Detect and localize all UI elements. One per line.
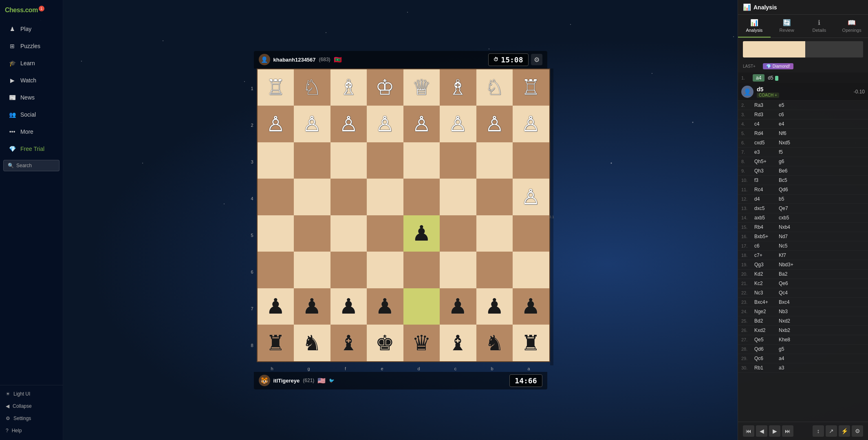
collapse-item[interactable]: ◀ Collapse [0, 400, 63, 412]
square[interactable]: ♟ [476, 288, 513, 325]
square[interactable] [403, 179, 440, 215]
square[interactable]: ♟ [403, 215, 440, 252]
tab-review[interactable]: 🔄 Review [771, 15, 803, 38]
move-black[interactable]: Kf7 [777, 252, 802, 259]
move-black[interactable]: Nd7 [777, 233, 802, 240]
square[interactable]: ♖ [513, 69, 549, 106]
move-black[interactable]: Nf6 [777, 130, 802, 137]
move-black[interactable]: a4 [777, 355, 802, 362]
square[interactable] [258, 179, 294, 215]
sidebar-item-watch[interactable]: ▶ Watch [2, 72, 60, 88]
square[interactable]: ♘ [476, 69, 513, 106]
move-white[interactable]: Kd2 [753, 271, 777, 277]
square[interactable]: ♜ [513, 325, 549, 361]
settings-button[interactable]: ⚙ [531, 54, 542, 65]
move-white[interactable]: Qg3 [753, 261, 777, 268]
sidebar-item-free-trial[interactable]: 💎 Free Trial [2, 141, 60, 157]
move-white[interactable]: c7+ [753, 252, 777, 259]
move-black[interactable]: b5 [777, 196, 802, 202]
move-black[interactable]: Bc5 [777, 177, 802, 184]
square[interactable]: ♟ [367, 288, 403, 325]
move-white[interactable]: Nge2 [753, 308, 777, 315]
square[interactable]: ♙ [330, 106, 367, 142]
square[interactable]: ♟ [258, 288, 294, 325]
move-black[interactable]: Nxb2 [777, 327, 802, 334]
move-white[interactable]: Qc6 [753, 355, 777, 362]
move-black[interactable]: e5 [777, 102, 802, 108]
square[interactable]: ♙ [294, 106, 330, 142]
square[interactable]: ♟ [294, 288, 330, 325]
square[interactable] [258, 215, 294, 252]
square[interactable]: ♟ [440, 288, 476, 325]
square[interactable] [476, 142, 513, 179]
square[interactable] [294, 179, 330, 215]
square[interactable]: ♝ [330, 325, 367, 361]
last-move-button[interactable]: ⏭ [782, 425, 793, 437]
square[interactable] [513, 252, 549, 288]
chess-board[interactable]: ♖♘♗♔♕♗♘♖♙♙♙♙♙♙♙♙♙♟♟♟♟♟♟♟♟♜♞♝♚♛♝♞♜ [257, 69, 550, 362]
move-black[interactable]: Nxd2 [777, 318, 802, 324]
settings-item[interactable]: ⚙ Settings [0, 412, 63, 425]
move-white[interactable]: Nc3 [753, 290, 777, 296]
square[interactable]: ♕ [403, 69, 440, 106]
square[interactable]: ♔ [367, 69, 403, 106]
square[interactable]: ♛ [403, 325, 440, 361]
move-black[interactable]: Qe7 [777, 205, 802, 212]
move-black[interactable]: Qe6 [777, 280, 802, 287]
sidebar-item-social[interactable]: 👥 Social [2, 106, 60, 123]
square[interactable]: ♟ [513, 288, 549, 325]
square[interactable] [476, 215, 513, 252]
move-black[interactable]: Nc5 [777, 243, 802, 249]
move-white[interactable]: Qh3 [753, 168, 777, 174]
square[interactable] [440, 252, 476, 288]
square[interactable] [330, 215, 367, 252]
share-button[interactable]: ↗ [826, 425, 837, 437]
move-white[interactable]: Qe5 [753, 336, 777, 343]
move-white[interactable]: Rb1 [753, 365, 777, 371]
move-black[interactable]: Nbd3+ [777, 261, 802, 268]
move-black[interactable]: a3 [777, 365, 802, 371]
move-black[interactable]: Qc4 [777, 290, 802, 296]
square[interactable] [294, 252, 330, 288]
light-ui-item[interactable]: ☀ Light UI [0, 388, 63, 400]
move-white[interactable]: f3 [753, 177, 777, 184]
square[interactable] [258, 252, 294, 288]
square[interactable] [330, 179, 367, 215]
tab-details[interactable]: ℹ Details [803, 15, 836, 38]
square[interactable]: ♟ [330, 288, 367, 325]
move-white[interactable]: axb5 [753, 214, 777, 221]
move-white[interactable]: Bxb5+ [753, 233, 777, 240]
sidebar-item-news[interactable]: 📰 News [2, 89, 60, 106]
square[interactable] [367, 142, 403, 179]
move-white[interactable]: dxc5 [753, 205, 777, 212]
move-white[interactable]: e3 [753, 149, 777, 155]
square[interactable] [330, 252, 367, 288]
move-white[interactable]: Qh5+ [753, 158, 777, 165]
move-white[interactable]: c6 [753, 243, 777, 249]
move-black[interactable]: Be6 [777, 168, 802, 174]
move-white[interactable]: d4 [753, 196, 777, 202]
square[interactable] [440, 142, 476, 179]
move-black[interactable]: cxb5 [777, 214, 802, 221]
engine-button[interactable]: ⚡ [839, 425, 850, 437]
square[interactable] [440, 215, 476, 252]
next-move-button[interactable]: ▶ [769, 425, 780, 437]
sidebar-item-more[interactable]: ••• More [2, 124, 60, 140]
square[interactable] [440, 179, 476, 215]
move-black[interactable]: c6 [777, 111, 802, 118]
move-black[interactable]: g5 [777, 346, 802, 352]
square[interactable] [367, 215, 403, 252]
flip-board-button[interactable]: ↕ [813, 425, 824, 437]
square[interactable]: ♚ [367, 325, 403, 361]
square[interactable]: ♙ [440, 106, 476, 142]
square[interactable] [367, 252, 403, 288]
square[interactable] [367, 179, 403, 215]
move-white[interactable]: Rb4 [753, 224, 777, 230]
square[interactable] [513, 142, 549, 179]
square[interactable]: ♙ [258, 106, 294, 142]
square[interactable]: ♝ [440, 325, 476, 361]
options-button[interactable]: ⚙ [852, 425, 863, 437]
move-black[interactable]: Bxc4 [777, 299, 802, 305]
square[interactable] [330, 142, 367, 179]
sidebar-item-learn[interactable]: 🎓 Learn [2, 55, 60, 71]
